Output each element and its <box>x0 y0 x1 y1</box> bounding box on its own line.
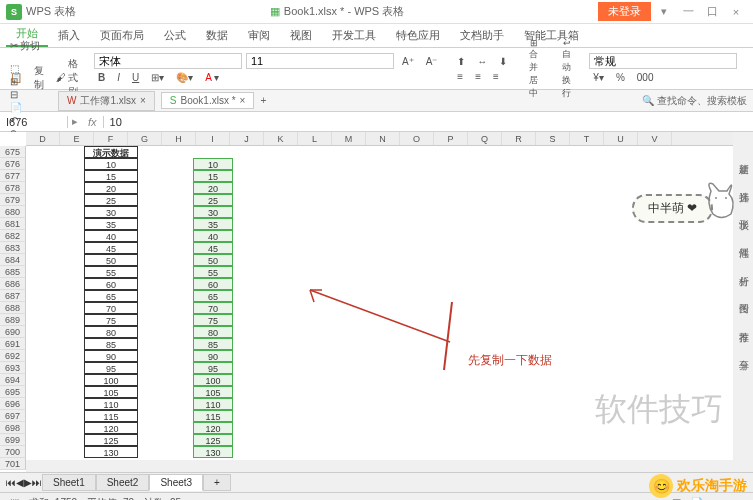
horizontal-scrollbar[interactable] <box>26 460 733 472</box>
cell-i[interactable]: 10 <box>193 158 233 170</box>
cell-i[interactable]: 90 <box>193 350 233 362</box>
cond-format-button[interactable]: ▦条件格式 <box>749 38 753 100</box>
search-box[interactable]: 🔍 查找命令、搜索模板 <box>642 94 747 108</box>
merge-button[interactable]: ⊞合并居中 <box>523 38 544 100</box>
col-header[interactable]: F <box>94 132 128 145</box>
doctab-2[interactable]: SBook1.xlsx *× <box>161 92 255 109</box>
cell-f[interactable]: 10 <box>84 158 138 170</box>
bold-button[interactable]: B <box>94 71 109 84</box>
col-header[interactable]: E <box>60 132 94 145</box>
cell-f[interactable]: 60 <box>84 278 138 290</box>
quick-btn-1[interactable]: ⊞ <box>6 75 26 88</box>
align-top-button[interactable]: ⬆ <box>453 55 469 68</box>
cell-f[interactable]: 30 <box>84 206 138 218</box>
add-sheet-button[interactable]: + <box>203 474 231 491</box>
cell-i[interactable]: 15 <box>193 170 233 182</box>
panel-btn-3[interactable]: 属性 <box>736 236 750 244</box>
menu-tab-3[interactable]: 公式 <box>154 24 196 47</box>
minimize-button[interactable]: 一 <box>677 3 699 21</box>
row-header[interactable]: 701 <box>0 458 26 470</box>
doctab-1[interactable]: W工作簿1.xlsx× <box>58 91 155 111</box>
menu-tab-5[interactable]: 审阅 <box>238 24 280 47</box>
cell-f[interactable]: 120 <box>84 422 138 434</box>
cell-f[interactable]: 115 <box>84 410 138 422</box>
row-header[interactable]: 675 <box>0 146 26 158</box>
col-header[interactable]: D <box>26 132 60 145</box>
cell-i[interactable]: 35 <box>193 218 233 230</box>
cell-f[interactable]: 100 <box>84 374 138 386</box>
align-mid-button[interactable]: ↔ <box>473 55 491 68</box>
row-header[interactable]: 681 <box>0 218 26 230</box>
wrap-button[interactable]: ↩自动换行 <box>556 38 577 100</box>
cell-i[interactable]: 110 <box>193 398 233 410</box>
increase-font-button[interactable]: A⁺ <box>398 55 418 68</box>
fill-color-button[interactable]: 🎨▾ <box>172 71 197 84</box>
sheet-tab[interactable]: Sheet1 <box>42 474 96 491</box>
menu-tab-2[interactable]: 页面布局 <box>90 24 154 47</box>
decrease-font-button[interactable]: A⁻ <box>422 55 442 68</box>
align-right-button[interactable]: ≡ <box>489 70 503 83</box>
cell-i[interactable]: 85 <box>193 338 233 350</box>
spreadsheet-grid[interactable]: DEFGHIJKLMNOPQRSTUV 67567667767867968068… <box>0 132 753 472</box>
row-header[interactable]: 676 <box>0 158 26 170</box>
close-icon[interactable]: × <box>140 95 146 106</box>
close-button[interactable]: × <box>725 3 747 21</box>
cell-f[interactable]: 40 <box>84 230 138 242</box>
cell-i[interactable]: 65 <box>193 290 233 302</box>
align-center-button[interactable]: ≡ <box>471 70 485 83</box>
cell-i[interactable]: 120 <box>193 422 233 434</box>
cut-button[interactable]: ✂ 剪切 <box>6 38 44 54</box>
col-header[interactable]: M <box>332 132 366 145</box>
cell-i[interactable]: 125 <box>193 434 233 446</box>
cell-i[interactable]: 30 <box>193 206 233 218</box>
cell-f[interactable]: 110 <box>84 398 138 410</box>
cell-i[interactable]: 45 <box>193 242 233 254</box>
cell-f[interactable]: 125 <box>84 434 138 446</box>
panel-btn-4[interactable]: 分析 <box>736 264 750 272</box>
row-header[interactable]: 678 <box>0 182 26 194</box>
cell-i[interactable]: 55 <box>193 266 233 278</box>
underline-button[interactable]: U <box>128 71 143 84</box>
font-name-select[interactable] <box>94 53 242 69</box>
row-header[interactable]: 687 <box>0 290 26 302</box>
cell-i[interactable]: 130 <box>193 446 233 458</box>
menu-tab-7[interactable]: 开发工具 <box>322 24 386 47</box>
row-header[interactable]: 680 <box>0 206 26 218</box>
cell-f[interactable]: 130 <box>84 446 138 458</box>
add-tab-button[interactable]: + <box>260 95 266 106</box>
cell-i[interactable]: 70 <box>193 302 233 314</box>
align-left-button[interactable]: ≡ <box>453 70 467 83</box>
cell-i[interactable]: 75 <box>193 314 233 326</box>
cell-i[interactable]: 95 <box>193 362 233 374</box>
col-header[interactable]: U <box>604 132 638 145</box>
italic-button[interactable]: I <box>113 71 124 84</box>
row-header[interactable]: 679 <box>0 194 26 206</box>
cell-f[interactable]: 65 <box>84 290 138 302</box>
menu-tab-4[interactable]: 数据 <box>196 24 238 47</box>
login-button[interactable]: 未登录 <box>598 2 651 21</box>
cell-i[interactable]: 25 <box>193 194 233 206</box>
row-header[interactable]: 683 <box>0 242 26 254</box>
row-headers[interactable]: 6756766776786796806816826836846856866876… <box>0 146 26 470</box>
cell-reference[interactable]: I676 <box>0 116 68 128</box>
cell-f[interactable]: 15 <box>84 170 138 182</box>
align-bot-button[interactable]: ⬇ <box>495 55 511 68</box>
cell-i[interactable]: 40 <box>193 230 233 242</box>
row-header[interactable]: 695 <box>0 386 26 398</box>
cell-f[interactable]: 105 <box>84 386 138 398</box>
formula-input[interactable]: 10 <box>104 116 753 128</box>
row-header[interactable]: 696 <box>0 398 26 410</box>
row-header[interactable]: 688 <box>0 302 26 314</box>
cell-f[interactable]: 35 <box>84 218 138 230</box>
row-header[interactable]: 689 <box>0 314 26 326</box>
cell-f[interactable]: 25 <box>84 194 138 206</box>
currency-button[interactable]: ¥▾ <box>589 71 608 84</box>
col-header[interactable]: V <box>638 132 672 145</box>
close-icon[interactable]: × <box>240 95 246 106</box>
fx-icon[interactable]: fx <box>82 116 104 128</box>
sheet-nav-last[interactable]: ⏭ <box>32 477 42 488</box>
menu-tab-8[interactable]: 特色应用 <box>386 24 450 47</box>
cell-f[interactable]: 95 <box>84 362 138 374</box>
number-format-select[interactable] <box>589 53 737 69</box>
cell-i[interactable]: 105 <box>193 386 233 398</box>
